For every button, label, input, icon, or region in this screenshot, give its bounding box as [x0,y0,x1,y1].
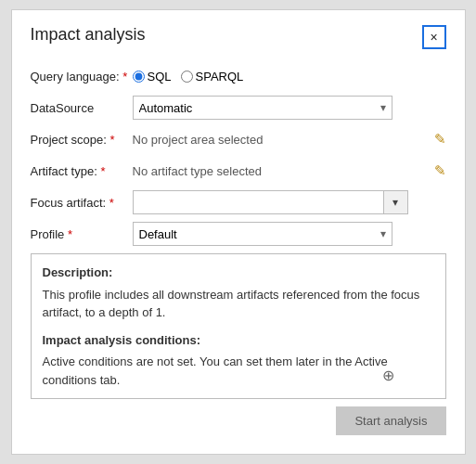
artifact-type-label: Artifact type: * [31,164,133,178]
artifact-type-value: No artifact type selected [133,164,427,178]
project-scope-value: No project area selected [133,133,427,147]
description-box: Description: This profile includes all d… [31,253,446,399]
project-scope-label: Project scope: * [31,133,133,147]
query-language-row: Query language: * SQL SPARQL [31,64,446,88]
focus-artifact-row: Focus artifact: * ▾ [31,190,446,214]
profile-row: Profile * Default [31,222,446,246]
sql-radio-option[interactable]: SQL [133,70,172,84]
focus-artifact-label: Focus artifact: * [31,196,133,210]
close-button[interactable]: × [422,25,446,49]
project-scope-row: Project scope: * No project area selecte… [31,127,446,151]
sql-label: SQL [148,70,172,84]
sparql-radio-option[interactable]: SPARQL [181,70,244,84]
description-label: Description: [43,264,434,282]
dialog-header: Impact analysis × [31,25,446,49]
focus-artifact-input[interactable] [133,190,384,214]
cursor-indicator: ⊕ [382,365,394,387]
conditions-label: Impact analysis conditions: [43,331,434,350]
description-text: This profile includes all downstream art… [43,286,434,322]
datasource-select[interactable]: Automatic [133,96,392,120]
query-language-label: Query language: * [31,70,133,84]
datasource-row: DataSource Automatic [31,96,446,120]
dialog-title: Impact analysis [31,25,146,45]
artifact-type-required: * [100,164,105,178]
artifact-type-row: Artifact type: * No artifact type select… [31,159,446,183]
dialog-footer: Start analysis [31,406,446,435]
focus-artifact-input-group: ▾ [133,190,408,214]
profile-select-wrapper: Default [133,222,392,246]
datasource-label: DataSource [31,101,133,115]
sql-radio[interactable] [133,71,145,83]
profile-label: Profile * [31,227,133,241]
profile-select[interactable]: Default [133,222,392,246]
focus-artifact-dropdown-btn[interactable]: ▾ [384,190,408,214]
project-scope-required: * [110,133,115,147]
sparql-label: SPARQL [196,70,244,84]
query-language-required: * [122,70,127,84]
start-analysis-button[interactable]: Start analysis [336,406,445,435]
conditions-text: Active conditions are not set. You can s… [43,353,434,389]
sparql-radio[interactable] [181,71,193,83]
artifact-type-edit-icon[interactable]: ✎ [434,162,446,179]
profile-required: * [68,227,72,241]
project-scope-edit-icon[interactable]: ✎ [434,131,446,148]
query-language-options: SQL SPARQL [133,70,244,84]
impact-analysis-dialog: Impact analysis × Query language: * SQL … [11,9,466,455]
focus-artifact-required: * [109,196,114,210]
datasource-select-wrapper: Automatic [133,96,392,120]
